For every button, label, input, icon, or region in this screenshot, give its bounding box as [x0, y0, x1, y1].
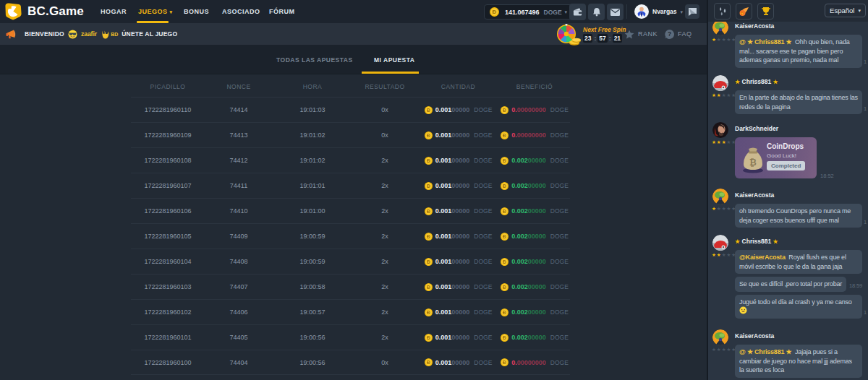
nav-item-bonus[interactable]: BONUS	[184, 0, 209, 23]
svg-text:Đ: Đ	[503, 107, 506, 112]
amount-zeros: 00000	[451, 258, 469, 265]
bet-hash: 1722281960107	[131, 182, 205, 189]
bet-time: 19:01:02	[273, 157, 352, 164]
messages-button[interactable]	[607, 4, 624, 20]
wallet-button[interactable]	[569, 4, 586, 20]
bet-nonce: 74411	[205, 182, 273, 189]
chat-avatar[interactable]	[712, 22, 728, 35]
bet-row[interactable]: 17222819601027440619:00:572xĐ0.00100000D…	[131, 299, 570, 324]
amount-currency: DOGE	[474, 106, 492, 113]
mention[interactable]: @ ★ Chriss881 ★	[739, 348, 791, 355]
coindrops-completed-button[interactable]: Completed	[767, 161, 805, 170]
chat-avatar[interactable]	[712, 122, 728, 138]
faq-label: FAQ	[678, 30, 692, 38]
bet-profit: Đ0.00000000DOGE	[499, 106, 570, 114]
chat-username[interactable]: KaiserAcosta	[735, 22, 865, 32]
profit-currency: DOGE	[550, 308, 569, 316]
chat-username[interactable]: KaiserAcosta	[735, 191, 865, 201]
chat-avatar[interactable]	[712, 235, 728, 251]
coindrops-subtitle: Good Luck!	[767, 152, 796, 159]
chat-username[interactable]: ★ Chriss881 ★	[735, 238, 865, 247]
bet-row[interactable]: 17222819601067441019:01:002xĐ0.00100000D…	[131, 198, 570, 223]
star-icon	[624, 30, 634, 39]
language-select[interactable]: Español ▾	[825, 4, 866, 17]
chat-bubble: Se que es difícil ,pero total por probar…	[735, 277, 846, 292]
bet-row[interactable]: 17222819601087441219:01:022xĐ0.00100000D…	[131, 147, 570, 173]
chat-toggle-button[interactable]	[685, 4, 699, 19]
bet-hash: 1722281960101	[131, 334, 205, 341]
country-badge: BD	[111, 32, 118, 37]
mention[interactable]: @KaiserAcosta	[739, 254, 786, 261]
svg-text:Đ: Đ	[503, 233, 506, 238]
mention[interactable]: @ ★ Chriss881 ★	[739, 38, 791, 46]
bet-time: 19:01:03	[273, 106, 352, 113]
bet-result: 0x	[352, 131, 417, 139]
user-menu[interactable]: Nvargas ▾	[634, 4, 683, 19]
amount-value: 0.001	[435, 157, 452, 164]
tab-my-bets[interactable]: MI APUESTA	[374, 45, 414, 74]
announcement-greeting: BIENVENIDO	[25, 30, 64, 38]
horns-emoji	[101, 30, 109, 39]
message-timestamp: 1	[864, 218, 867, 228]
notifications-button[interactable]	[588, 4, 605, 20]
profit-value: 0.002	[511, 308, 528, 316]
amount-currency: DOGE	[474, 207, 492, 215]
announcement-message[interactable]: BIENVENIDO zaafir BD ÚNETE AL JUEGO	[6, 23, 177, 45]
bet-row[interactable]: 17222819601057440919:00:592xĐ0.00100000D…	[131, 223, 570, 249]
chat-avatar[interactable]	[712, 189, 728, 204]
chat-username[interactable]: ★ Chriss881 ★	[735, 78, 865, 87]
bet-row[interactable]: 17222819601097441319:01:020xĐ0.00100000D…	[131, 122, 570, 147]
bet-result: 2x	[352, 233, 417, 240]
rain-button[interactable]	[714, 3, 731, 20]
bet-row[interactable]: 17222819601047440819:00:592xĐ0.00100000D…	[131, 249, 570, 274]
svg-text:Đ: Đ	[427, 309, 430, 314]
nav-item-asociado[interactable]: ASOCIADO	[222, 0, 260, 23]
chat-username[interactable]: KaiserAcosta	[735, 332, 865, 342]
nav-item-label: FÓRUM	[269, 8, 295, 15]
doge-coin-icon: Đ	[425, 131, 433, 139]
doge-coin-icon: Đ	[425, 207, 433, 215]
rank-label: RANK	[638, 30, 658, 38]
rank-link[interactable]: RANK	[624, 23, 658, 45]
chat-avatar[interactable]	[712, 75, 728, 91]
question-icon: ?	[665, 30, 674, 39]
doge-coin-icon: Đ	[425, 233, 433, 241]
announcement-bar: BIENVENIDO zaafir BD ÚNETE AL JUEGO Next…	[0, 23, 708, 45]
balance-currency: DOGE	[544, 9, 562, 16]
tab-all-bets[interactable]: TODAS LAS APUESTAS	[276, 45, 353, 74]
profit-zeros: 00000	[528, 207, 546, 215]
nav-item-label: JUEGOS	[138, 8, 168, 15]
coindrops-card[interactable]: ₿CoinDropsGood Luck!Completed	[735, 137, 817, 178]
chat-avatar[interactable]	[712, 329, 728, 345]
amount-currency: DOGE	[474, 157, 492, 164]
faq-link[interactable]: ? FAQ	[665, 23, 692, 45]
user-rating-stars: ★★★★★	[712, 206, 736, 211]
bet-time: 19:00:56	[273, 359, 352, 366]
nav-item-hogar[interactable]: HOGAR	[101, 0, 127, 23]
nav-item-juegos[interactable]: JUEGOS▾	[138, 0, 173, 23]
bet-amount: Đ0.00100000DOGE	[417, 157, 499, 165]
chat-panel: ★★★★★KaiserAcosta@ ★ Chriss881 ★ Ohh que…	[708, 22, 868, 380]
bet-result: 2x	[352, 308, 417, 316]
bet-row[interactable]: 17222819601077441119:01:012xĐ0.00100000D…	[131, 173, 570, 198]
money-bag-icon: ₿	[740, 146, 766, 173]
balance-amount: 141.067496	[505, 9, 540, 16]
svg-text:Đ: Đ	[427, 183, 430, 188]
svg-text:?: ?	[668, 30, 671, 38]
bet-row[interactable]: 17222819601007440419:00:560xĐ0.00100000D…	[131, 350, 570, 375]
chat-username[interactable]: DarkSchneider	[735, 125, 865, 134]
bet-row[interactable]: 17222819601107441419:01:030xĐ0.00100000D…	[131, 97, 570, 122]
trophy-button[interactable]	[757, 3, 774, 20]
fireball-button[interactable]: ₿	[736, 3, 752, 20]
column-header: HORA	[273, 83, 352, 90]
profit-value: 0.002	[511, 258, 528, 265]
bet-row[interactable]: 17222819601037440719:00:582xĐ0.00100000D…	[131, 274, 570, 299]
star-filled-icon: ★	[712, 206, 716, 211]
balance-selector[interactable]: Đ 141.067496 DOGE ▾	[484, 4, 573, 20]
bet-amount: Đ0.00100000DOGE	[417, 233, 499, 241]
nav-item-frum[interactable]: FÓRUM	[269, 0, 295, 23]
profit-zeros: 00000000	[517, 106, 546, 113]
star-filled-icon: ★	[717, 252, 721, 257]
svg-text:Đ: Đ	[427, 360, 430, 365]
bet-row[interactable]: 17222819601017440519:00:562xĐ0.00100000D…	[131, 324, 570, 350]
